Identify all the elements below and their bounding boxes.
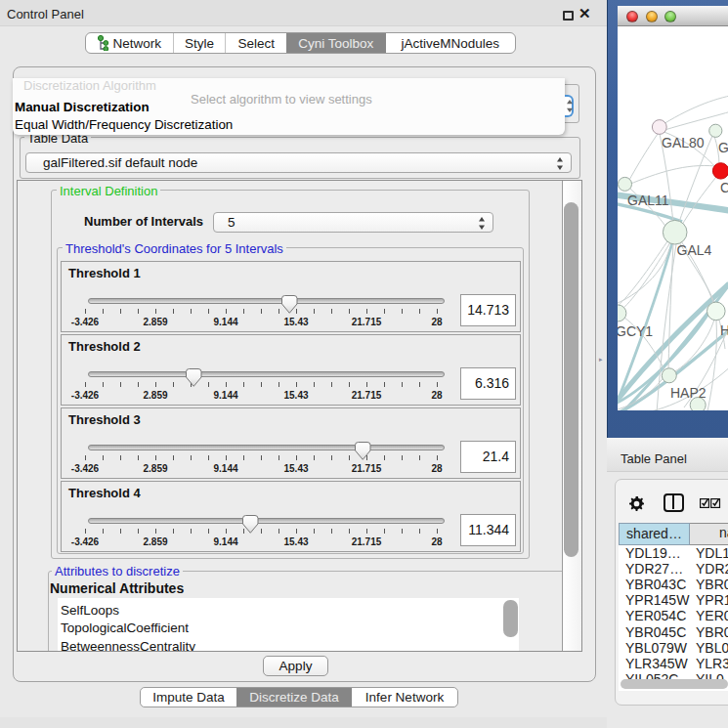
svg-text:GAL80: GAL80: [662, 135, 705, 150]
svg-text:C: C: [720, 180, 728, 195]
svg-text:GA: GA: [718, 140, 728, 155]
svg-text:GAL4: GAL4: [677, 242, 712, 258]
svg-text:GCY1: GCY1: [618, 323, 653, 339]
svg-text:HAP2: HAP2: [670, 385, 707, 401]
svg-text:HI: HI: [720, 322, 728, 338]
svg-text:GAL11: GAL11: [627, 193, 669, 208]
